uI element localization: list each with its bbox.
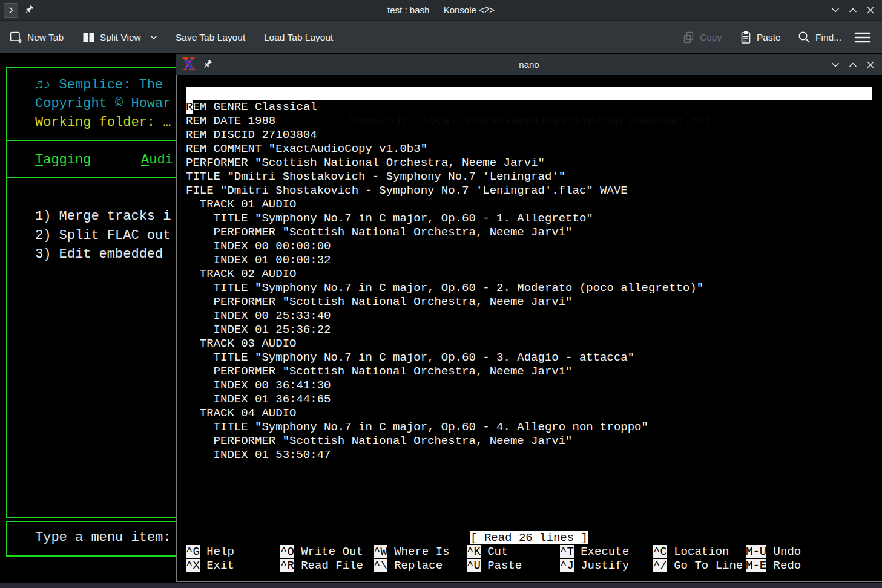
nano-shortcuts-row2: ^X Exit^R Read File^\ Replace^U Paste^J … [177, 559, 882, 573]
paste-label: Paste [757, 32, 781, 43]
maximize-button[interactable] [848, 5, 858, 15]
nano-shortcut: ^W Where Is [374, 545, 449, 559]
hamburger-menu-icon[interactable] [854, 31, 872, 44]
menu-item-3: 3) Edit embedded [35, 247, 163, 262]
nano-file-line: TITLE "Symphony No.7 in C major, Op.60 -… [186, 351, 872, 365]
nano-shortcut: ^O Write Out [280, 545, 363, 559]
nano-file-line: REM DATE 1988 [186, 114, 872, 128]
nano-file-line: TRACK 03 AUDIO [186, 337, 872, 351]
nano-file-line: INDEX 00 36:41:30 [186, 379, 872, 393]
window-title: test : bash — Konsole <2> [0, 0, 882, 21]
save-tab-layout-button[interactable]: Save Tab Layout [176, 21, 245, 53]
nano-titlebar: XX nano [176, 54, 882, 75]
nano-file-line: REM COMMENT "ExactAudioCopy v1.0b3" [186, 142, 872, 156]
nano-file-line: INDEX 01 25:36:22 [186, 323, 872, 337]
nano-shortcut: ^/ Go To Line [653, 559, 743, 573]
konsole-toolbar: New Tab Split View Save Tab Layout Load … [0, 21, 882, 53]
nano-file-line: PERFORMER "Scottish National Orchestra, … [186, 156, 872, 170]
copy-icon [683, 31, 695, 44]
nano-file-line: TRACK 02 AUDIO [186, 267, 872, 281]
nano-shortcut: ^R Read File [280, 559, 363, 573]
nano-shortcut: ^T Execute [560, 545, 629, 559]
load-tab-layout-button[interactable]: Load Tab Layout [264, 21, 333, 53]
nano-file-line: INDEX 01 53:50:47 [186, 448, 872, 462]
split-view-caret-icon [150, 34, 158, 41]
nano-file-line: INDEX 01 00:00:32 [186, 253, 872, 267]
copy-label: Copy [700, 32, 722, 43]
nano-status-message: [ Read 26 lines ] [470, 531, 588, 544]
nano-file-line: TRACK 01 AUDIO [186, 198, 872, 212]
nano-shortcut: M-U Undo [746, 545, 801, 559]
nano-file-line: TITLE "Symphony No.7 in C major, Op.60 -… [186, 281, 872, 295]
semplice-working-folder: Working folder: … [35, 115, 171, 130]
nano-buffer: REM GENRE ClassicalREM DATE 1988REM DISC… [186, 100, 872, 462]
nano-file-line: TITLE "Dmitri Shostakovich - Symphony No… [186, 170, 872, 184]
find-button[interactable]: Find... [798, 21, 841, 53]
copy-button[interactable]: Copy [683, 21, 722, 53]
semplice-copyright: Copyright © Howar [35, 96, 171, 111]
nano-shortcuts-row1: ^G Help^O Write Out^W Where Is^K Cut^T E… [177, 545, 882, 559]
split-view-button[interactable]: Split View [82, 21, 158, 53]
nano-file-line: TRACK 04 AUDIO [186, 407, 872, 420]
load-tab-layout-label: Load Tab Layout [264, 32, 333, 43]
nano-window: XX nano GNU nano 7.2 /home/hjr/.local/sh… [176, 54, 882, 582]
save-tab-layout-label: Save Tab Layout [176, 32, 245, 43]
nano-file-line: PERFORMER "Scottish National Orchestra, … [186, 226, 872, 240]
nano-file-line: REM DISCID 27103804 [186, 128, 872, 142]
new-tab-button[interactable]: New Tab [10, 21, 64, 53]
find-label: Find... [815, 32, 841, 43]
nano-shortcut: ^G Help [186, 545, 234, 559]
menu-prompt: Type a menu item: [35, 530, 171, 545]
nano-status-line: [ Read 26 lines ] [186, 531, 872, 545]
nano-file-line: TITLE "Symphony No.7 in C major, Op.60 -… [186, 212, 872, 226]
semplice-app-title: ♬♪ Semplice: The [35, 77, 163, 93]
nano-shortcut: ^C Location [653, 545, 729, 559]
nano-file-line: REM GENRE Classical [186, 100, 872, 114]
nano-header-bar: GNU nano 7.2 /home/hjr/.local/share/semp… [186, 87, 872, 100]
nano-file-line: INDEX 00 25:33:40 [186, 309, 872, 323]
close-button[interactable] [866, 60, 875, 70]
search-icon [798, 31, 811, 44]
window-bottom-edge [0, 583, 882, 588]
menu-item-2: 2) Split FLAC out [35, 228, 171, 243]
paste-icon [740, 31, 752, 44]
nano-file-line: PERFORMER "Scottish National Orchestra, … [186, 365, 872, 379]
nano-file-line: INDEX 01 36:44:65 [186, 393, 872, 407]
menu-item-1: 1) Merge tracks i [35, 209, 171, 224]
konsole-titlebar: test : bash — Konsole <2> [0, 0, 882, 21]
nano-file-line: FILE "Dmitri Shostakovich - Symphony No.… [186, 184, 872, 198]
nano-window-title: nano [176, 54, 882, 75]
nano-file-line: INDEX 00 00:00:00 [186, 240, 872, 253]
nano-shortcut: M-E Redo [746, 559, 801, 573]
nano-shortcut: ^\ Replace [374, 559, 443, 573]
nano-file-line: PERFORMER "Scottish National Orchestra, … [186, 295, 872, 309]
nano-terminal[interactable]: GNU nano 7.2 /home/hjr/.local/share/semp… [176, 75, 882, 582]
close-button[interactable] [866, 5, 875, 15]
tab-tagging[interactable]: Tagging [35, 152, 91, 168]
nano-shortcut: ^U Paste [467, 559, 522, 573]
minimize-button[interactable] [831, 60, 840, 70]
paste-button[interactable]: Paste [740, 21, 781, 53]
nano-shortcut: ^X Exit [186, 559, 234, 573]
new-tab-label: New Tab [27, 32, 64, 43]
new-tab-icon [10, 31, 22, 44]
maximize-button[interactable] [848, 60, 858, 70]
nano-shortcut: ^K Cut [467, 545, 508, 559]
nano-file-line: PERFORMER "Scottish National Orchestra, … [186, 434, 872, 448]
tab-audio[interactable]: Audi [141, 152, 173, 168]
split-view-label: Split View [100, 32, 141, 43]
minimize-button[interactable] [831, 5, 840, 15]
nano-cursor: R [186, 100, 193, 114]
split-view-icon [82, 31, 95, 44]
nano-shortcut: ^J Justify [560, 559, 629, 573]
nano-file-line: TITLE "Symphony No.7 in C major, Op.60 -… [186, 420, 872, 434]
